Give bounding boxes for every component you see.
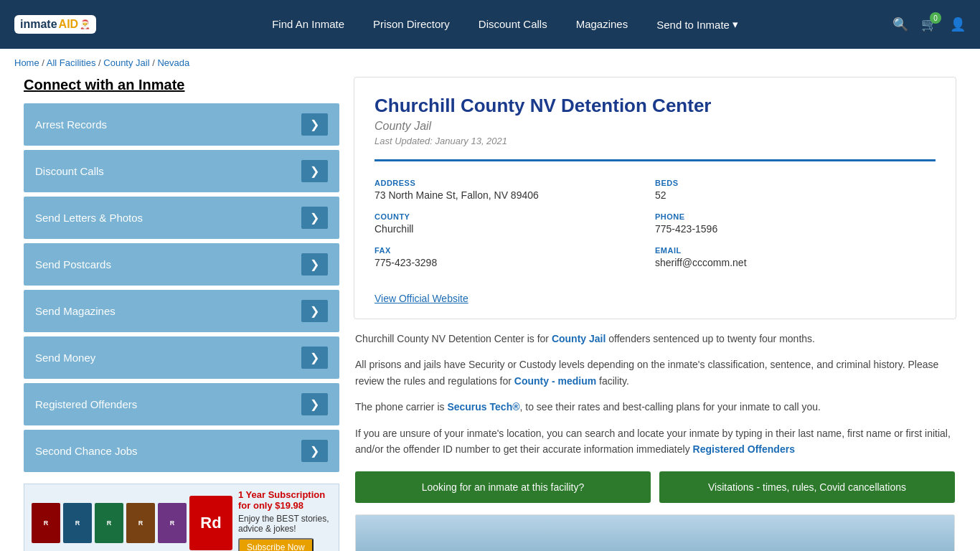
sidebar-item-label: Send Money <box>35 352 95 364</box>
nav-prison-directory[interactable]: Prison Directory <box>373 18 450 31</box>
detail-email: EMAIL sheriff@cccomm.net <box>655 240 936 274</box>
nav-discount-calls[interactable]: Discount Calls <box>479 18 547 31</box>
facility-type: County Jail <box>374 120 936 133</box>
breadcrumb-sep1: / <box>39 57 47 68</box>
county-medium-link[interactable]: County - medium <box>514 375 596 387</box>
advertisement: R R R R R Rd 1 Year Subscription for onl… <box>24 484 339 551</box>
ad-book-4: R <box>126 503 155 543</box>
sidebar-item-arrest-records[interactable]: Arrest Records ❯ <box>24 103 339 146</box>
breadcrumb-sep2: / <box>95 57 103 68</box>
sidebar-item-label: Send Magazines <box>35 305 116 317</box>
facility-details: ADDRESS 73 North Maine St, Fallon, NV 89… <box>374 159 936 274</box>
facility-name: Churchill County NV Detention Center <box>374 95 936 117</box>
ad-book-1: R <box>32 503 60 543</box>
visitations-button[interactable]: Visitations - times, rules, Covid cancel… <box>659 471 955 503</box>
ad-subscribe-button[interactable]: Subscribe Now <box>238 538 314 551</box>
nav-find-inmate[interactable]: Find An Inmate <box>272 18 344 31</box>
ad-rd-icon: Rd <box>189 496 232 550</box>
search-icon[interactable]: 🔍 <box>892 17 908 32</box>
county-jail-link[interactable]: County Jail <box>552 333 606 344</box>
arrow-icon: ❯ <box>301 393 328 415</box>
sidebar-item-second-chance-jobs[interactable]: Second Chance Jobs ❯ <box>24 430 339 472</box>
arrow-icon: ❯ <box>301 113 328 136</box>
ad-book-5: R <box>158 503 187 543</box>
breadcrumb-sep3: / <box>150 57 158 68</box>
securus-link[interactable]: Securus Tech® <box>447 401 519 413</box>
breadcrumb-home[interactable]: Home <box>14 57 39 68</box>
sidebar-item-registered-offenders[interactable]: Registered Offenders ❯ <box>24 383 339 425</box>
facility-card: Churchill County NV Detention Center Cou… <box>354 77 956 319</box>
logo[interactable]: inmateAID 🎅 <box>14 15 96 34</box>
sidebar-item-label: Send Postcards <box>35 258 111 270</box>
sidebar-item-label: Registered Offenders <box>35 398 137 410</box>
official-website-anchor[interactable]: View Official Website <box>374 293 468 304</box>
desc-paragraph-1: Churchill County NV Detention Center is … <box>355 331 955 347</box>
nav-links: Find An Inmate Prison Directory Discount… <box>118 18 892 31</box>
ad-books: R R R R R <box>32 503 187 543</box>
find-inmate-button[interactable]: Looking for an inmate at this facility? <box>355 471 651 503</box>
nav-magazines[interactable]: Magazines <box>576 18 628 31</box>
cart-badge-count: 0 <box>930 12 941 24</box>
nav-send-to-inmate[interactable]: Send to Inmate ▾ <box>656 18 738 31</box>
ad-book-2: R <box>63 503 92 543</box>
arrow-icon: ❯ <box>301 207 328 229</box>
sidebar: Connect with an Inmate Arrest Records ❯ … <box>24 77 339 551</box>
detail-phone: PHONE 775-423-1596 <box>655 207 936 240</box>
ad-book-3: R <box>95 503 123 543</box>
desc-paragraph-4: If you are unsure of your inmate's locat… <box>355 425 955 458</box>
navbar: inmateAID 🎅 Find An Inmate Prison Direct… <box>0 0 980 49</box>
facility-last-updated: Last Updated: January 13, 2021 <box>374 136 936 146</box>
main-content: Churchill County NV Detention Center Cou… <box>354 77 956 551</box>
detail-fax: FAX 775-423-3298 <box>374 240 655 274</box>
ad-text: 1 Year Subscription for only $19.98 Enjo… <box>238 489 331 551</box>
detail-county: COUNTY Churchill <box>374 207 655 240</box>
arrow-icon: ❯ <box>301 300 328 322</box>
action-buttons: Looking for an inmate at this facility? … <box>355 471 955 503</box>
breadcrumb-state[interactable]: Nevada <box>157 57 189 68</box>
sidebar-title: Connect with an Inmate <box>24 77 339 93</box>
sidebar-item-send-money[interactable]: Send Money ❯ <box>24 336 339 379</box>
sidebar-item-label: Arrest Records <box>35 118 107 131</box>
main-layout: Connect with an Inmate Arrest Records ❯ … <box>9 77 971 551</box>
arrow-icon: ❯ <box>301 253 328 276</box>
breadcrumb-all-facilities[interactable]: All Facilities <box>47 57 96 68</box>
detail-address: ADDRESS 73 North Maine St, Fallon, NV 89… <box>374 173 655 207</box>
detail-beds: BEDS 52 <box>655 173 936 207</box>
navbar-right: 🔍 🛒 0 👤 <box>892 17 966 32</box>
registered-offenders-link[interactable]: Registered Offenders <box>693 443 795 455</box>
desc-paragraph-2: All prisons and jails have Security or C… <box>355 357 955 389</box>
sidebar-item-send-letters[interactable]: Send Letters & Photos ❯ <box>24 197 339 239</box>
send-dropdown-arrow: ▾ <box>732 18 738 31</box>
sidebar-item-send-magazines[interactable]: Send Magazines ❯ <box>24 290 339 332</box>
sidebar-item-label: Send Letters & Photos <box>35 212 143 224</box>
logo-aid-text: AID <box>59 18 79 31</box>
logo-inmate-text: inmate <box>20 18 57 31</box>
user-icon[interactable]: 👤 <box>950 17 966 32</box>
cart-icon[interactable]: 🛒 0 <box>921 17 937 32</box>
arrow-icon: ❯ <box>301 440 328 462</box>
logo-hat-icon: 🎅 <box>80 19 90 29</box>
arrow-icon: ❯ <box>301 347 328 369</box>
facility-image <box>355 514 955 551</box>
sidebar-item-label: Second Chance Jobs <box>35 445 138 457</box>
arrow-icon: ❯ <box>301 160 328 182</box>
desc-paragraph-3: The phone carrier is Securus Tech®, to s… <box>355 399 955 415</box>
description-section: Churchill County NV Detention Center is … <box>354 331 956 551</box>
official-website-link: View Official Website <box>374 284 936 304</box>
breadcrumb-county-jail[interactable]: County Jail <box>103 57 149 68</box>
sidebar-item-discount-calls[interactable]: Discount Calls ❯ <box>24 150 339 192</box>
sidebar-item-label: Discount Calls <box>35 165 104 177</box>
sidebar-item-send-postcards[interactable]: Send Postcards ❯ <box>24 243 339 286</box>
breadcrumb: Home / All Facilities / County Jail / Ne… <box>0 49 980 77</box>
